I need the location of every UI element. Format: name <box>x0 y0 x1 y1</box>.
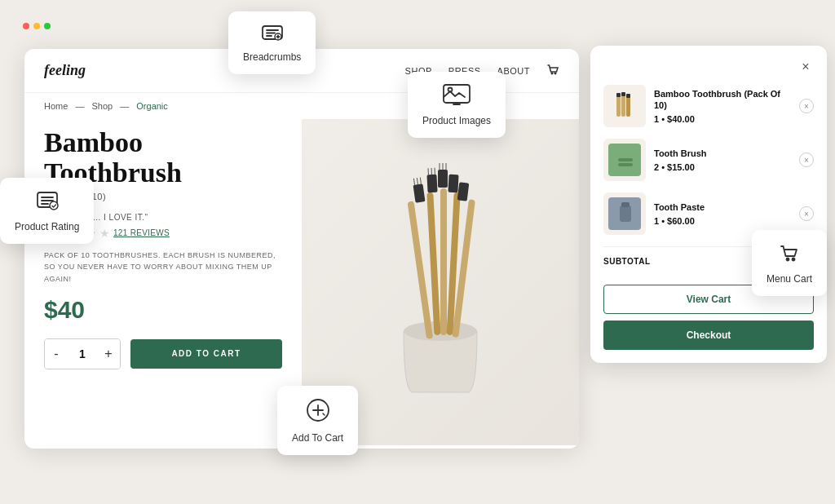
cart-item-price-2: $15.00 <box>667 162 695 172</box>
cart-item-name-1: Bamboo Toothbrush (Pack Of 10) <box>654 88 791 112</box>
qty-plus-button[interactable]: + <box>97 339 120 369</box>
svg-line-36 <box>417 178 418 184</box>
cart-item-name-3: Tooth Paste <box>654 201 791 213</box>
add-to-cart-tooltip: Add To Cart <box>277 386 358 455</box>
svg-rect-55 <box>620 206 631 222</box>
cart-item-qty-price-1: 1 • $40.00 <box>654 114 791 124</box>
cart-item-remove-2[interactable]: × <box>799 153 814 167</box>
cart-item: Tooth Paste 1 • $60.00 × <box>603 192 814 235</box>
svg-point-19 <box>786 259 789 261</box>
product-images-icon <box>442 83 471 110</box>
svg-rect-49 <box>626 94 630 98</box>
cart-item-name-2: Tooth Brush <box>654 148 791 159</box>
breadcrumbs-tooltip: Breadcrumbs <box>228 11 316 74</box>
product-info: Bamboo Toothbrush (Pack Of 10) "Honestly… <box>24 119 302 445</box>
svg-rect-27 <box>440 188 447 335</box>
checkout-button[interactable]: Checkout <box>603 321 814 350</box>
cart-item-info-3: Tooth Paste 1 • $60.00 <box>654 201 791 226</box>
menu-cart-icon <box>778 241 801 268</box>
cart-item-image-1 <box>603 85 646 127</box>
svg-point-15 <box>50 201 58 210</box>
add-to-cart-row: - 1 + ADD TO CART <box>44 338 282 369</box>
svg-rect-33 <box>448 175 458 193</box>
svg-rect-56 <box>621 202 630 207</box>
reviews-link[interactable]: 121 REVIEWS <box>113 228 170 237</box>
breadcrumbs-icon <box>261 23 284 46</box>
cart-item-qty-price-3: 1 • $60.00 <box>654 216 791 226</box>
cart-item-qty-1: 1 <box>654 114 659 124</box>
star-5: ★ <box>99 227 110 240</box>
add-to-cart-label: Add To Cart <box>292 432 343 444</box>
svg-rect-31 <box>426 175 437 193</box>
breadcrumbs-label: Breadcrumbs <box>243 51 301 63</box>
cart-sidebar: × Bamboo Toothbrush (Pack Of 10) 1 • $40… <box>590 46 827 363</box>
svg-rect-45 <box>621 94 625 117</box>
svg-rect-52 <box>618 158 633 161</box>
cart-item-qty-3: 1 <box>654 216 659 226</box>
bc-shop[interactable]: Shop <box>91 101 113 111</box>
svg-rect-47 <box>616 95 621 117</box>
svg-rect-50 <box>616 93 621 97</box>
menu-cart-tooltip: Menu Cart <box>752 230 827 296</box>
bc-organic[interactable]: Organic <box>136 101 168 111</box>
product-images-label: Product Images <box>422 115 491 126</box>
cart-item-price-1: $40.00 <box>667 114 695 124</box>
qty-value: 1 <box>68 339 97 369</box>
svg-rect-32 <box>438 170 448 188</box>
cart-item: Bamboo Toothbrush (Pack Of 10) 1 • $40.0… <box>603 85 814 127</box>
cart-item-qty-price-2: 2 • $15.00 <box>654 162 791 172</box>
add-to-cart-button[interactable]: ADD TO CART <box>130 339 282 369</box>
product-image <box>359 152 522 413</box>
window-controls <box>23 23 51 29</box>
product-rating-icon <box>36 189 59 216</box>
cart-item-remove-3[interactable]: × <box>799 206 814 221</box>
svg-point-21 <box>551 73 553 74</box>
product-images-tooltip: Product Images <box>408 72 506 138</box>
dot-yellow <box>33 23 40 29</box>
svg-rect-53 <box>618 163 633 166</box>
cart-subtotal-label: SUBTOTAL <box>603 257 651 266</box>
nav-cart-icon[interactable] <box>546 63 559 78</box>
cart-item-image-2 <box>603 139 646 181</box>
svg-point-20 <box>792 259 794 261</box>
quantity-selector: - 1 + <box>44 338 121 369</box>
svg-line-37 <box>420 178 421 184</box>
bc-home[interactable]: Home <box>44 101 68 111</box>
cart-item-info-2: Tooth Brush 2 • $15.00 <box>654 148 791 172</box>
cart-item: Tooth Brush 2 • $15.00 × <box>603 139 814 181</box>
product-rating-label: Product Rating <box>15 221 79 232</box>
svg-point-8 <box>448 88 453 92</box>
cart-item-qty-2: 2 <box>654 162 659 172</box>
dot-red <box>23 23 29 29</box>
svg-rect-48 <box>621 92 625 96</box>
svg-rect-30 <box>413 183 426 202</box>
svg-line-35 <box>413 179 414 185</box>
cart-item-price-3: $60.00 <box>667 216 695 226</box>
cart-header: × <box>603 59 814 75</box>
nav-logo: feeling <box>44 62 86 79</box>
cart-close-button[interactable]: × <box>797 59 814 75</box>
cart-item-info-1: Bamboo Toothbrush (Pack Of 10) 1 • $40.0… <box>654 88 791 125</box>
svg-rect-34 <box>457 182 470 201</box>
svg-point-22 <box>554 73 556 74</box>
product-rating-tooltip: Product Rating <box>0 178 94 244</box>
cart-item-remove-1[interactable]: × <box>799 99 814 113</box>
menu-cart-label: Menu Cart <box>767 273 812 285</box>
qty-minus-button[interactable]: - <box>45 339 68 369</box>
dot-green <box>44 23 51 29</box>
svg-rect-46 <box>626 95 630 117</box>
add-to-cart-icon <box>305 397 331 427</box>
product-price: $40 <box>44 296 282 324</box>
cart-item-image-3 <box>603 192 646 235</box>
product-description: Pack of 10 toothbrushes. Each brush is n… <box>44 250 282 285</box>
